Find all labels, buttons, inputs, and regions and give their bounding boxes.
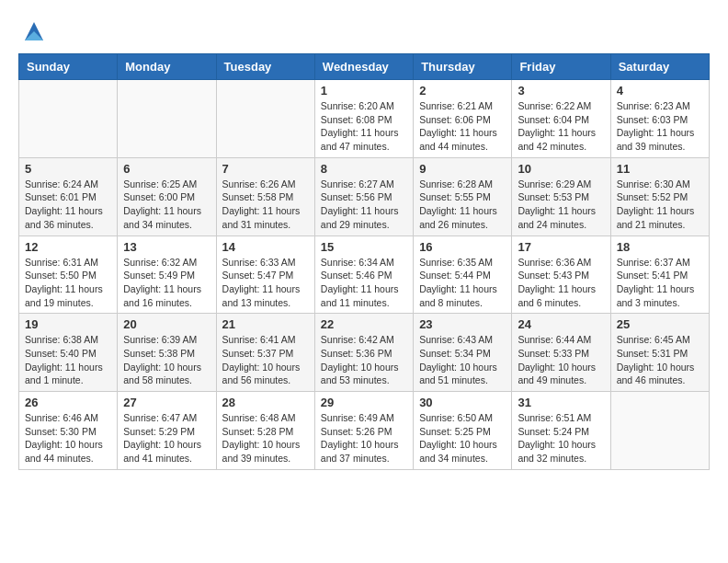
calendar-week-row: 19Sunrise: 6:38 AM Sunset: 5:40 PM Dayli… — [19, 314, 710, 392]
day-number: 17 — [518, 240, 604, 254]
day-info: Sunrise: 6:28 AM Sunset: 5:55 PM Dayligh… — [419, 178, 506, 232]
day-number: 8 — [321, 162, 407, 176]
day-number: 22 — [321, 317, 407, 331]
calendar-cell: 26Sunrise: 6:46 AM Sunset: 5:30 PM Dayli… — [19, 392, 118, 470]
day-number: 11 — [617, 162, 703, 176]
logo-icon — [21, 18, 47, 44]
day-info: Sunrise: 6:20 AM Sunset: 6:08 PM Dayligh… — [321, 99, 407, 154]
day-header-tuesday: Tuesday — [216, 54, 314, 80]
calendar-cell — [216, 80, 314, 158]
calendar-cell: 10Sunrise: 6:29 AM Sunset: 5:53 PM Dayli… — [512, 157, 610, 236]
day-info: Sunrise: 6:49 AM Sunset: 5:26 PM Dayligh… — [321, 411, 407, 465]
calendar-cell: 15Sunrise: 6:34 AM Sunset: 5:46 PM Dayli… — [314, 236, 413, 314]
calendar-cell: 19Sunrise: 6:38 AM Sunset: 5:40 PM Dayli… — [19, 314, 118, 392]
day-number: 28 — [222, 396, 309, 409]
day-number: 13 — [123, 240, 210, 254]
day-number: 20 — [123, 317, 210, 331]
day-header-thursday: Thursday — [414, 54, 512, 80]
calendar-cell — [118, 80, 216, 158]
day-info: Sunrise: 6:37 AM Sunset: 5:41 PM Dayligh… — [617, 256, 703, 310]
calendar-cell: 27Sunrise: 6:47 AM Sunset: 5:29 PM Dayli… — [118, 392, 216, 470]
day-number: 2 — [419, 84, 506, 98]
day-info: Sunrise: 6:45 AM Sunset: 5:31 PM Dayligh… — [617, 333, 703, 387]
calendar-cell: 16Sunrise: 6:35 AM Sunset: 5:44 PM Dayli… — [414, 236, 512, 314]
day-info: Sunrise: 6:32 AM Sunset: 5:49 PM Dayligh… — [123, 256, 210, 310]
day-number: 7 — [222, 162, 309, 176]
day-info: Sunrise: 6:27 AM Sunset: 5:56 PM Dayligh… — [321, 178, 407, 232]
logo — [18, 18, 47, 44]
day-number: 25 — [617, 317, 703, 331]
day-info: Sunrise: 6:44 AM Sunset: 5:33 PM Dayligh… — [518, 333, 604, 387]
day-info: Sunrise: 6:30 AM Sunset: 5:52 PM Dayligh… — [617, 178, 703, 232]
day-number: 9 — [419, 162, 506, 176]
calendar-cell: 5Sunrise: 6:24 AM Sunset: 6:01 PM Daylig… — [19, 157, 118, 236]
calendar-cell: 7Sunrise: 6:26 AM Sunset: 5:58 PM Daylig… — [216, 157, 314, 236]
day-info: Sunrise: 6:23 AM Sunset: 6:03 PM Dayligh… — [617, 99, 703, 154]
day-info: Sunrise: 6:35 AM Sunset: 5:44 PM Dayligh… — [419, 256, 506, 310]
calendar-cell: 13Sunrise: 6:32 AM Sunset: 5:49 PM Dayli… — [118, 236, 216, 314]
day-header-friday: Friday — [512, 54, 610, 80]
day-header-saturday: Saturday — [610, 54, 709, 80]
day-number: 23 — [419, 317, 506, 331]
calendar-cell — [19, 80, 118, 158]
calendar-week-row: 12Sunrise: 6:31 AM Sunset: 5:50 PM Dayli… — [19, 236, 710, 314]
day-info: Sunrise: 6:31 AM Sunset: 5:50 PM Dayligh… — [25, 256, 111, 310]
day-header-monday: Monday — [118, 54, 216, 80]
calendar-cell: 3Sunrise: 6:22 AM Sunset: 6:04 PM Daylig… — [512, 80, 610, 158]
calendar-cell: 29Sunrise: 6:49 AM Sunset: 5:26 PM Dayli… — [314, 392, 413, 470]
day-info: Sunrise: 6:21 AM Sunset: 6:06 PM Dayligh… — [419, 99, 506, 154]
day-info: Sunrise: 6:34 AM Sunset: 5:46 PM Dayligh… — [321, 256, 407, 310]
day-info: Sunrise: 6:41 AM Sunset: 5:37 PM Dayligh… — [222, 333, 309, 387]
calendar-week-row: 1Sunrise: 6:20 AM Sunset: 6:08 PM Daylig… — [19, 80, 710, 158]
day-info: Sunrise: 6:22 AM Sunset: 6:04 PM Dayligh… — [518, 99, 604, 154]
day-number: 14 — [222, 240, 309, 254]
day-number: 1 — [321, 84, 407, 98]
day-number: 27 — [123, 396, 210, 409]
day-header-sunday: Sunday — [19, 54, 118, 80]
calendar-cell: 6Sunrise: 6:25 AM Sunset: 6:00 PM Daylig… — [118, 157, 216, 236]
calendar-cell: 14Sunrise: 6:33 AM Sunset: 5:47 PM Dayli… — [216, 236, 314, 314]
day-info: Sunrise: 6:24 AM Sunset: 6:01 PM Dayligh… — [25, 178, 111, 232]
day-header-wednesday: Wednesday — [314, 54, 413, 80]
calendar-cell: 24Sunrise: 6:44 AM Sunset: 5:33 PM Dayli… — [512, 314, 610, 392]
calendar-cell: 30Sunrise: 6:50 AM Sunset: 5:25 PM Dayli… — [414, 392, 512, 470]
day-info: Sunrise: 6:36 AM Sunset: 5:43 PM Dayligh… — [518, 256, 604, 310]
calendar-cell: 25Sunrise: 6:45 AM Sunset: 5:31 PM Dayli… — [610, 314, 709, 392]
day-number: 18 — [617, 240, 703, 254]
calendar-cell: 2Sunrise: 6:21 AM Sunset: 6:06 PM Daylig… — [414, 80, 512, 158]
calendar-cell: 1Sunrise: 6:20 AM Sunset: 6:08 PM Daylig… — [314, 80, 413, 158]
calendar-cell: 31Sunrise: 6:51 AM Sunset: 5:24 PM Dayli… — [512, 392, 610, 470]
day-info: Sunrise: 6:46 AM Sunset: 5:30 PM Dayligh… — [25, 411, 111, 465]
calendar-table: SundayMondayTuesdayWednesdayThursdayFrid… — [18, 53, 710, 470]
day-info: Sunrise: 6:42 AM Sunset: 5:36 PM Dayligh… — [321, 333, 407, 387]
day-info: Sunrise: 6:43 AM Sunset: 5:34 PM Dayligh… — [419, 333, 506, 387]
day-info: Sunrise: 6:33 AM Sunset: 5:47 PM Dayligh… — [222, 256, 309, 310]
calendar-cell: 11Sunrise: 6:30 AM Sunset: 5:52 PM Dayli… — [610, 157, 709, 236]
calendar-cell: 18Sunrise: 6:37 AM Sunset: 5:41 PM Dayli… — [610, 236, 709, 314]
calendar-cell: 8Sunrise: 6:27 AM Sunset: 5:56 PM Daylig… — [314, 157, 413, 236]
day-number: 10 — [518, 162, 604, 176]
day-number: 6 — [123, 162, 210, 176]
day-info: Sunrise: 6:50 AM Sunset: 5:25 PM Dayligh… — [419, 411, 506, 465]
day-info: Sunrise: 6:51 AM Sunset: 5:24 PM Dayligh… — [518, 411, 604, 465]
day-number: 26 — [25, 396, 111, 409]
day-number: 15 — [321, 240, 407, 254]
day-number: 16 — [419, 240, 506, 254]
calendar-cell: 12Sunrise: 6:31 AM Sunset: 5:50 PM Dayli… — [19, 236, 118, 314]
calendar-week-row: 5Sunrise: 6:24 AM Sunset: 6:01 PM Daylig… — [19, 157, 710, 236]
calendar-cell: 28Sunrise: 6:48 AM Sunset: 5:28 PM Dayli… — [216, 392, 314, 470]
day-info: Sunrise: 6:29 AM Sunset: 5:53 PM Dayligh… — [518, 178, 604, 232]
calendar-cell — [610, 392, 709, 470]
calendar-cell: 4Sunrise: 6:23 AM Sunset: 6:03 PM Daylig… — [610, 80, 709, 158]
calendar-header-row: SundayMondayTuesdayWednesdayThursdayFrid… — [19, 54, 710, 80]
calendar-cell: 17Sunrise: 6:36 AM Sunset: 5:43 PM Dayli… — [512, 236, 610, 314]
day-info: Sunrise: 6:26 AM Sunset: 5:58 PM Dayligh… — [222, 178, 309, 232]
calendar-cell: 20Sunrise: 6:39 AM Sunset: 5:38 PM Dayli… — [118, 314, 216, 392]
calendar-cell: 9Sunrise: 6:28 AM Sunset: 5:55 PM Daylig… — [414, 157, 512, 236]
day-number: 29 — [321, 396, 407, 409]
day-number: 19 — [25, 317, 111, 331]
calendar-cell: 22Sunrise: 6:42 AM Sunset: 5:36 PM Dayli… — [314, 314, 413, 392]
calendar-cell: 23Sunrise: 6:43 AM Sunset: 5:34 PM Dayli… — [414, 314, 512, 392]
day-number: 5 — [25, 162, 111, 176]
calendar-week-row: 26Sunrise: 6:46 AM Sunset: 5:30 PM Dayli… — [19, 392, 710, 470]
